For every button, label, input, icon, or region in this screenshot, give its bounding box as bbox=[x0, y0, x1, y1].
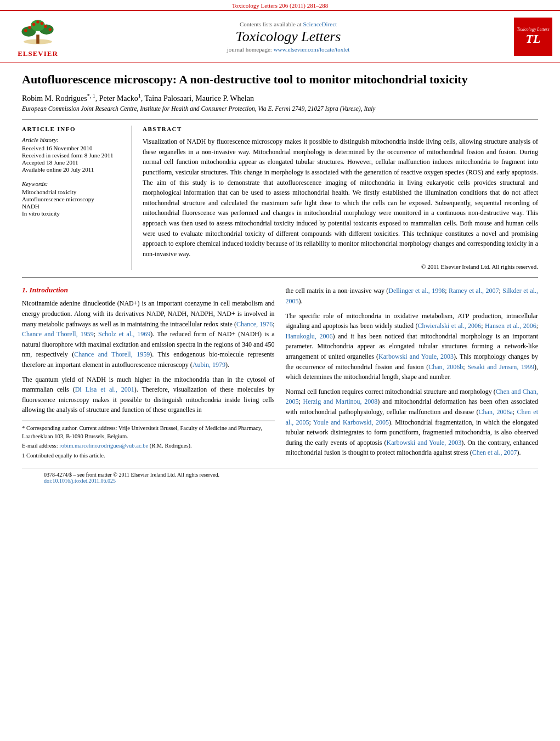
bottom-strip: 0378-4274/$ – see front matter © 2011 El… bbox=[22, 468, 538, 487]
sciencedirect-link[interactable]: ScienceDirect bbox=[303, 21, 337, 27]
ref-chance1976[interactable]: Chance, 1976 bbox=[236, 320, 273, 328]
ref-sesaki[interactable]: Sesaki and Jensen, 1999 bbox=[467, 363, 534, 371]
svg-point-10 bbox=[32, 23, 36, 26]
abstract-column: ABSTRACT Visualization of NADH by fluore… bbox=[143, 126, 538, 270]
article-title: Autofluorescence microscopy: A non-destr… bbox=[22, 72, 538, 88]
ref-ramey[interactable]: Ramey et al., 2007 bbox=[449, 287, 499, 295]
revised-date: Received in revised form 8 June 2011 bbox=[22, 152, 123, 159]
keywords-section: Keywords: Mitochondrial toxicity Autoflu… bbox=[22, 180, 123, 217]
sciencedirect-line: Contents lists available at ScienceDirec… bbox=[68, 21, 508, 27]
available-date: Available online 20 July 2011 bbox=[22, 166, 123, 173]
ref-scholz[interactable]: Scholz et al., 1969 bbox=[98, 330, 150, 338]
elsevier-tree-icon bbox=[16, 15, 60, 48]
section-divider bbox=[22, 278, 538, 278]
section-1-number: 1. bbox=[22, 286, 27, 294]
ref-karbowski[interactable]: Karbowski and Youle, 2003 bbox=[378, 353, 454, 360]
journal-ref: Toxicology Letters 206 (2011) 281–288 bbox=[232, 2, 328, 9]
right-para-3: Normal cell function requires correct mi… bbox=[286, 387, 539, 458]
email-link[interactable]: robim.marcelino.rodrigues@vub.ac.be bbox=[59, 443, 148, 449]
footnote-2: E-mail address: robim.marcelino.rodrigue… bbox=[22, 442, 275, 450]
keyword-1: Mitochondrial toxicity bbox=[22, 189, 123, 195]
homepage-label: journal homepage: bbox=[227, 46, 272, 53]
section-1-heading: Introduction bbox=[30, 286, 69, 294]
article-content: Autofluorescence microscopy: A non-destr… bbox=[0, 63, 560, 496]
issn-text: 0378-4274/$ – see front matter © 2011 El… bbox=[44, 472, 219, 478]
body-left-col: 1. Introduction Nicotinamide adenine din… bbox=[22, 286, 275, 462]
ref-youle[interactable]: Youle and Karbowski, 2005 bbox=[313, 418, 389, 426]
keyword-2: Autofluorescence microscopy bbox=[22, 196, 123, 202]
tl-initials: TL bbox=[526, 32, 541, 46]
tl-logo: Toxicology Letters TL bbox=[508, 18, 552, 56]
ref-dellinger[interactable]: Dellinger et al., 1998 bbox=[388, 287, 445, 295]
keyword-4: In vitro toxicity bbox=[22, 210, 123, 217]
homepage-url[interactable]: www.elsevier.com/locate/toxlet bbox=[274, 46, 350, 53]
journal-title: Toxicology Letters bbox=[68, 29, 508, 45]
svg-point-7 bbox=[44, 25, 47, 29]
elsevier-logo: ELSEVIER bbox=[8, 15, 68, 58]
issn-line: 0378-4274/$ – see front matter © 2011 El… bbox=[44, 472, 516, 484]
tl-logo-box: Toxicology Letters TL bbox=[514, 18, 552, 56]
history-label: Article history: bbox=[22, 137, 123, 143]
homepage-line: journal homepage: www.elsevier.com/locat… bbox=[68, 46, 508, 53]
affiliation: European Commission Joint Research Centr… bbox=[22, 105, 538, 112]
article-info-abstract-section: ARTICLE INFO Article history: Received 1… bbox=[22, 120, 538, 270]
doi-text: doi:10.1016/j.toxlet.2011.06.025 bbox=[44, 478, 116, 484]
ref-chance-thorell2[interactable]: Chance and Thorell, 1959 bbox=[74, 350, 150, 358]
right-para-2: The specific role of mitochondria in oxi… bbox=[286, 311, 539, 382]
ref-chen2007[interactable]: Chen et al., 2007 bbox=[472, 449, 517, 456]
ref-aubin[interactable]: Aubin, 1979 bbox=[193, 361, 225, 369]
abstract-text: Visualization of NADH by fluorescence mi… bbox=[143, 137, 538, 259]
header-center: Contents lists available at ScienceDirec… bbox=[68, 21, 508, 53]
svg-point-9 bbox=[36, 20, 39, 24]
page-container: Toxicology Letters 206 (2011) 281–288 bbox=[0, 0, 560, 741]
received-date: Received 16 November 2010 bbox=[22, 145, 123, 151]
ref-herzig[interactable]: Herzig and Martinou, 2008 bbox=[303, 398, 378, 405]
intro-para-1: Nicotinamide adenine dinucleotide (NAD+)… bbox=[22, 298, 275, 370]
footnote-3: 1 Contributed equally to this article. bbox=[22, 452, 275, 460]
footnotes-area: * Corresponding author. Current address:… bbox=[22, 421, 275, 460]
ref-chance-thorell[interactable]: Chance and Thorell, 1959 bbox=[22, 330, 94, 338]
ref-chwieralski[interactable]: Chwieralski et al., 2006 bbox=[417, 322, 481, 330]
intro-para-2: The quantum yield of NADH is much higher… bbox=[22, 375, 275, 415]
ref-karbowski2[interactable]: Karbowski and Youle, 2003 bbox=[386, 439, 461, 446]
body-right-col: the cell matrix in a non-invasive way (D… bbox=[286, 286, 539, 462]
article-info-column: ARTICLE INFO Article history: Received 1… bbox=[22, 126, 132, 270]
keyword-3: NADH bbox=[22, 203, 123, 210]
body-section: 1. Introduction Nicotinamide adenine din… bbox=[22, 286, 538, 462]
svg-point-8 bbox=[48, 28, 52, 31]
doi-link[interactable]: doi:10.1016/j.toxlet.2011.06.025 bbox=[44, 478, 116, 484]
section-1-title: 1. Introduction bbox=[22, 286, 275, 295]
ref-hansen[interactable]: Hansen et al., 2006 bbox=[485, 322, 536, 330]
sciencedirect-label: Contents lists available at bbox=[240, 21, 302, 27]
copyright: © 2011 Elsevier Ireland Ltd. All rights … bbox=[143, 263, 538, 270]
svg-rect-1 bbox=[36, 35, 39, 44]
right-para-1: the cell matrix in a non-invasive way (D… bbox=[286, 286, 539, 306]
svg-point-5 bbox=[24, 29, 27, 32]
authors-text: Robim M. Rodrigues*, 1, Peter Macko1, Ta… bbox=[22, 94, 254, 103]
accepted-date: Accepted 18 June 2011 bbox=[22, 159, 123, 166]
ref-chan2006a[interactable]: Chan, 2006a bbox=[479, 408, 513, 416]
footnote-1: * Corresponding author. Current address:… bbox=[22, 425, 275, 440]
svg-point-6 bbox=[28, 26, 31, 29]
article-info-header: ARTICLE INFO bbox=[22, 126, 123, 132]
elsevier-wordmark: ELSEVIER bbox=[18, 49, 58, 58]
ref-hanukoglu[interactable]: Hanukoglu, 2006 bbox=[286, 332, 333, 340]
svg-point-11 bbox=[41, 22, 44, 25]
ref-dilisa[interactable]: Di Lisa et al., 2001 bbox=[75, 386, 134, 393]
header-row: ELSEVIER Contents lists available at Sci… bbox=[0, 10, 560, 63]
ref-chan2006b[interactable]: Chan, 2006b bbox=[428, 363, 463, 371]
journal-top-bar: Toxicology Letters 206 (2011) 281–288 bbox=[0, 0, 560, 10]
authors-line: Robim M. Rodrigues*, 1, Peter Macko1, Ta… bbox=[22, 93, 538, 104]
abstract-header: ABSTRACT bbox=[143, 126, 538, 132]
keywords-label: Keywords: bbox=[22, 180, 123, 187]
tl-logo-top-text: Toxicology Letters bbox=[517, 27, 549, 32]
